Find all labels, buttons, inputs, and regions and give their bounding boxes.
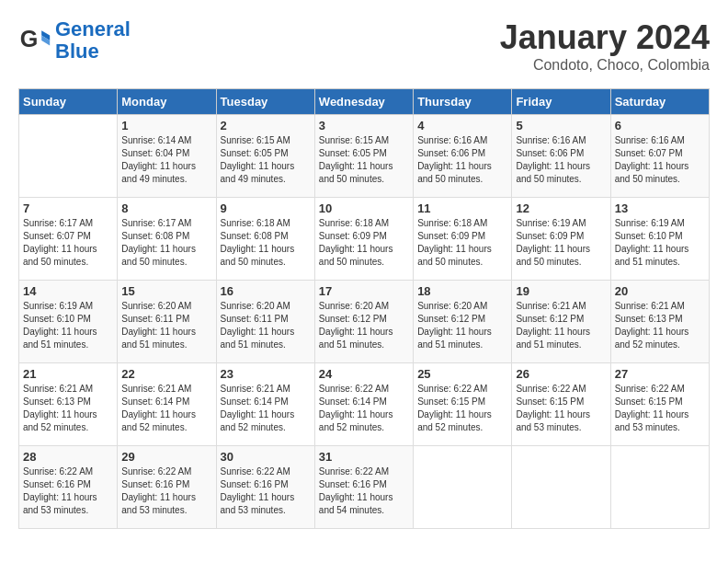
calendar-table: SundayMondayTuesdayWednesdayThursdayFrid…	[18, 88, 710, 529]
day-info: Sunrise: 6:18 AM Sunset: 6:08 PM Dayligh…	[221, 217, 311, 269]
location: Condoto, Choco, Colombia	[500, 57, 710, 74]
calendar-day-cell: 30Sunrise: 6:22 AM Sunset: 6:16 PM Dayli…	[216, 446, 314, 529]
logo-general: General	[55, 17, 131, 40]
calendar-day-cell: 28Sunrise: 6:22 AM Sunset: 6:16 PM Dayli…	[19, 446, 118, 529]
day-number: 27	[615, 367, 705, 381]
calendar-day-cell: 11Sunrise: 6:18 AM Sunset: 6:09 PM Dayli…	[414, 198, 512, 281]
day-info: Sunrise: 6:18 AM Sunset: 6:09 PM Dayligh…	[319, 217, 409, 269]
day-of-week-header: Wednesday	[314, 89, 413, 115]
calendar-day-cell: 13Sunrise: 6:19 AM Sunset: 6:10 PM Dayli…	[610, 198, 709, 281]
day-info: Sunrise: 6:21 AM Sunset: 6:14 PM Dayligh…	[221, 383, 311, 434]
calendar-day-cell: 3Sunrise: 6:15 AM Sunset: 6:05 PM Daylig…	[314, 115, 413, 198]
day-info: Sunrise: 6:15 AM Sunset: 6:05 PM Dayligh…	[319, 134, 409, 186]
calendar-body: 1Sunrise: 6:14 AM Sunset: 6:04 PM Daylig…	[19, 115, 710, 529]
day-info: Sunrise: 6:21 AM Sunset: 6:13 PM Dayligh…	[615, 300, 705, 351]
day-number: 5	[516, 119, 606, 132]
day-info: Sunrise: 6:19 AM Sunset: 6:10 PM Dayligh…	[23, 300, 113, 351]
day-number: 28	[23, 450, 113, 464]
day-info: Sunrise: 6:20 AM Sunset: 6:11 PM Dayligh…	[221, 300, 311, 351]
day-info: Sunrise: 6:22 AM Sunset: 6:16 PM Dayligh…	[319, 465, 409, 517]
day-number: 15	[121, 284, 211, 298]
calendar-day-cell: 24Sunrise: 6:22 AM Sunset: 6:14 PM Dayli…	[314, 363, 413, 446]
day-number: 22	[121, 367, 211, 381]
calendar-day-cell: 2Sunrise: 6:15 AM Sunset: 6:05 PM Daylig…	[216, 115, 314, 198]
day-info: Sunrise: 6:22 AM Sunset: 6:16 PM Dayligh…	[23, 465, 113, 517]
calendar-day-cell: 5Sunrise: 6:16 AM Sunset: 6:06 PM Daylig…	[512, 115, 610, 198]
calendar-day-cell: 4Sunrise: 6:16 AM Sunset: 6:06 PM Daylig…	[414, 115, 512, 198]
calendar-day-cell: 9Sunrise: 6:18 AM Sunset: 6:08 PM Daylig…	[216, 198, 314, 281]
logo: G General Blue	[18, 18, 131, 63]
day-number: 21	[23, 367, 113, 381]
day-info: Sunrise: 6:21 AM Sunset: 6:12 PM Dayligh…	[516, 300, 606, 351]
calendar-day-cell: 25Sunrise: 6:22 AM Sunset: 6:15 PM Dayli…	[414, 363, 512, 446]
calendar-day-cell: 31Sunrise: 6:22 AM Sunset: 6:16 PM Dayli…	[314, 446, 413, 529]
day-number: 1	[121, 119, 211, 132]
day-of-week-header: Friday	[512, 89, 610, 115]
day-number: 29	[121, 450, 211, 464]
calendar-day-cell: 12Sunrise: 6:19 AM Sunset: 6:09 PM Dayli…	[512, 198, 610, 281]
calendar-day-cell: 19Sunrise: 6:21 AM Sunset: 6:12 PM Dayli…	[512, 281, 610, 363]
day-number: 2	[221, 119, 311, 132]
day-number: 25	[417, 367, 507, 381]
day-number: 6	[615, 119, 705, 132]
day-info: Sunrise: 6:19 AM Sunset: 6:09 PM Dayligh…	[516, 217, 606, 269]
day-info: Sunrise: 6:14 AM Sunset: 6:04 PM Dayligh…	[121, 134, 211, 186]
calendar-day-cell: 23Sunrise: 6:21 AM Sunset: 6:14 PM Dayli…	[216, 363, 314, 446]
day-info: Sunrise: 6:16 AM Sunset: 6:06 PM Dayligh…	[516, 134, 606, 186]
calendar-day-cell: 17Sunrise: 6:20 AM Sunset: 6:12 PM Dayli…	[314, 281, 413, 363]
day-number: 12	[516, 201, 606, 215]
calendar-day-cell: 27Sunrise: 6:22 AM Sunset: 6:15 PM Dayli…	[610, 363, 709, 446]
day-info: Sunrise: 6:21 AM Sunset: 6:13 PM Dayligh…	[23, 383, 113, 434]
day-number: 24	[319, 367, 409, 381]
day-number: 17	[319, 284, 409, 298]
calendar-day-cell: 8Sunrise: 6:17 AM Sunset: 6:08 PM Daylig…	[118, 198, 216, 281]
day-info: Sunrise: 6:18 AM Sunset: 6:09 PM Dayligh…	[417, 217, 507, 269]
day-number: 9	[221, 201, 311, 215]
day-info: Sunrise: 6:21 AM Sunset: 6:14 PM Dayligh…	[121, 383, 211, 434]
calendar-day-cell: 6Sunrise: 6:16 AM Sunset: 6:07 PM Daylig…	[610, 115, 709, 198]
calendar-week-row: 7Sunrise: 6:17 AM Sunset: 6:07 PM Daylig…	[19, 198, 710, 281]
day-info: Sunrise: 6:20 AM Sunset: 6:12 PM Dayligh…	[417, 300, 507, 351]
calendar-week-row: 28Sunrise: 6:22 AM Sunset: 6:16 PM Dayli…	[19, 446, 710, 529]
day-number: 8	[121, 201, 211, 215]
calendar-day-cell: 18Sunrise: 6:20 AM Sunset: 6:12 PM Dayli…	[414, 281, 512, 363]
calendar-day-cell: 15Sunrise: 6:20 AM Sunset: 6:11 PM Dayli…	[118, 281, 216, 363]
calendar-day-cell: 7Sunrise: 6:17 AM Sunset: 6:07 PM Daylig…	[19, 198, 118, 281]
day-info: Sunrise: 6:19 AM Sunset: 6:10 PM Dayligh…	[615, 217, 705, 269]
calendar-day-cell: 26Sunrise: 6:22 AM Sunset: 6:15 PM Dayli…	[512, 363, 610, 446]
calendar-day-cell: 20Sunrise: 6:21 AM Sunset: 6:13 PM Dayli…	[610, 281, 709, 363]
month-title: January 2024	[500, 18, 710, 57]
day-info: Sunrise: 6:22 AM Sunset: 6:15 PM Dayligh…	[615, 383, 705, 434]
day-info: Sunrise: 6:22 AM Sunset: 6:14 PM Dayligh…	[319, 383, 409, 434]
day-number: 31	[319, 450, 409, 464]
calendar-week-row: 1Sunrise: 6:14 AM Sunset: 6:04 PM Daylig…	[19, 115, 710, 198]
day-info: Sunrise: 6:17 AM Sunset: 6:08 PM Dayligh…	[121, 217, 211, 269]
day-number: 4	[417, 119, 507, 132]
day-number: 26	[516, 367, 606, 381]
day-number: 3	[319, 119, 409, 132]
day-number: 18	[417, 284, 507, 298]
day-info: Sunrise: 6:16 AM Sunset: 6:07 PM Dayligh…	[615, 134, 705, 186]
calendar-day-cell	[19, 115, 118, 198]
calendar-week-row: 21Sunrise: 6:21 AM Sunset: 6:13 PM Dayli…	[19, 363, 710, 446]
day-of-week-header: Monday	[118, 89, 216, 115]
calendar-day-cell: 10Sunrise: 6:18 AM Sunset: 6:09 PM Dayli…	[314, 198, 413, 281]
calendar-day-cell: 21Sunrise: 6:21 AM Sunset: 6:13 PM Dayli…	[19, 363, 118, 446]
day-number: 16	[221, 284, 311, 298]
day-number: 30	[221, 450, 311, 464]
calendar-day-cell: 16Sunrise: 6:20 AM Sunset: 6:11 PM Dayli…	[216, 281, 314, 363]
logo-text: General Blue	[55, 18, 131, 63]
day-info: Sunrise: 6:22 AM Sunset: 6:16 PM Dayligh…	[221, 465, 311, 517]
day-info: Sunrise: 6:16 AM Sunset: 6:06 PM Dayligh…	[417, 134, 507, 186]
day-info: Sunrise: 6:20 AM Sunset: 6:11 PM Dayligh…	[121, 300, 211, 351]
svg-text:G: G	[20, 26, 39, 52]
calendar-day-cell	[414, 446, 512, 529]
day-info: Sunrise: 6:15 AM Sunset: 6:05 PM Dayligh…	[221, 134, 311, 186]
calendar-day-cell	[512, 446, 610, 529]
day-info: Sunrise: 6:22 AM Sunset: 6:15 PM Dayligh…	[417, 383, 507, 434]
day-of-week-header: Sunday	[19, 89, 118, 115]
day-number: 14	[23, 284, 113, 298]
calendar-day-cell: 1Sunrise: 6:14 AM Sunset: 6:04 PM Daylig…	[118, 115, 216, 198]
day-info: Sunrise: 6:22 AM Sunset: 6:15 PM Dayligh…	[516, 383, 606, 434]
day-info: Sunrise: 6:17 AM Sunset: 6:07 PM Dayligh…	[23, 217, 113, 269]
